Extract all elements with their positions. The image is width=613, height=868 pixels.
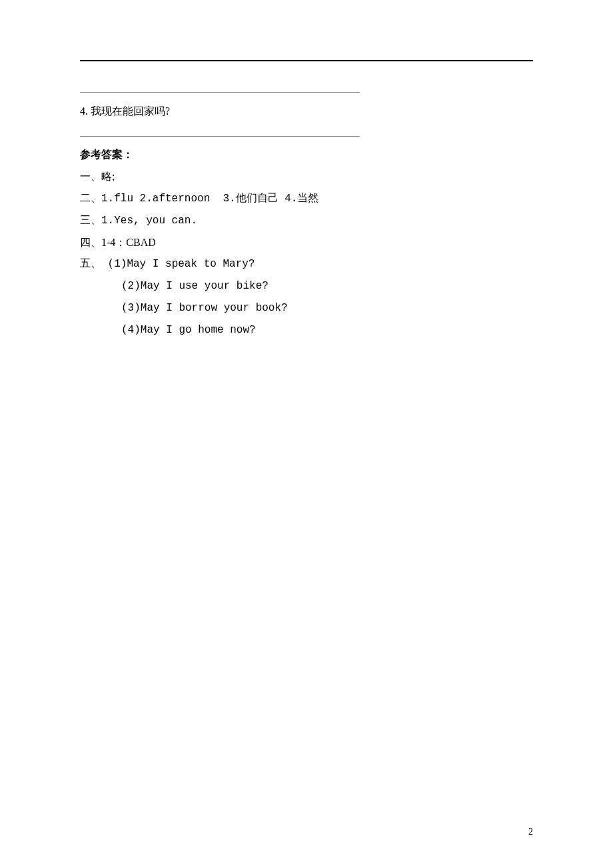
document-page: 4. 我现在能回家吗? 参考答案： 一、略; 二、1.flu 2.afterno… — [0, 0, 613, 868]
header-rule — [80, 60, 533, 61]
blank-answer-line-1 — [80, 79, 533, 101]
blank-answer-line-2 — [80, 123, 533, 145]
question-4-text: 4. 我现在能回家吗? — [80, 105, 170, 117]
answers-heading: 参考答案： — [80, 144, 533, 166]
answer-5-prefix: 五、 — [80, 258, 108, 270]
answer-5-item-4: (4)May I go home now? — [80, 319, 533, 341]
answer-section-1: 一、略; — [80, 166, 533, 188]
answer-5-item-1: (1)May I speak to Mary? — [108, 258, 255, 270]
answer-section-4: 四、1-4：CBAD — [80, 232, 533, 254]
answer-5-item-3: (3)May I borrow your book? — [80, 297, 533, 319]
answer-section-2: 二、1.flu 2.afternoon 3.他们自己 4.当然 — [80, 188, 533, 210]
page-number: 2 — [528, 827, 533, 837]
answer-section-5-line1: 五、 (1)May I speak to Mary? — [80, 253, 533, 275]
answer-5-item-2: (2)May I use your bike? — [80, 275, 533, 297]
content-area: 4. 我现在能回家吗? 参考答案： 一、略; 二、1.flu 2.afterno… — [80, 0, 533, 341]
question-4: 4. 我现在能回家吗? — [80, 101, 533, 123]
answer-section-3: 三、1.Yes, you can. — [80, 210, 533, 232]
